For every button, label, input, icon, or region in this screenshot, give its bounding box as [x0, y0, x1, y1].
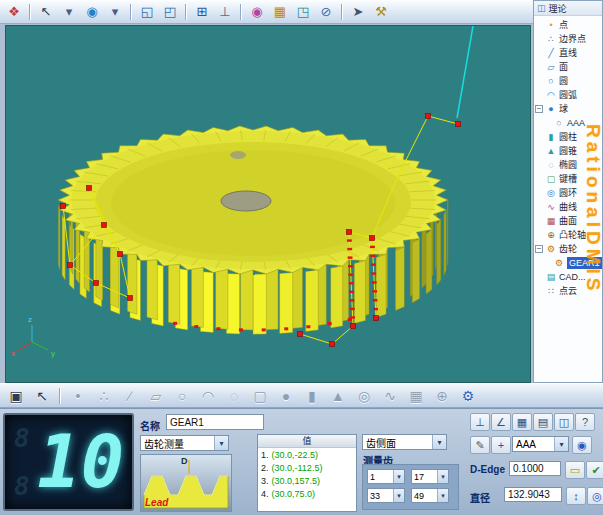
readout-monitor-icon: ▣: [9, 389, 22, 403]
tree-item[interactable]: ▱ 面: [534, 60, 602, 74]
tree-item[interactable]: − ● 球: [534, 102, 602, 116]
viewport-3d[interactable]: xyz: [5, 25, 531, 383]
probe-extra-buttons: ◉: [572, 436, 592, 454]
probe-angle-button[interactable]: ∠: [491, 413, 511, 431]
tree-item[interactable]: ∷ 点云: [534, 284, 602, 298]
tree-expander-icon[interactable]: −: [535, 105, 543, 113]
toolbar-button[interactable]: ◰: [159, 2, 181, 22]
tree-item[interactable]: − ⚙ 齿轮: [534, 242, 602, 256]
feature-toolbar-button[interactable]: ○: [170, 385, 194, 406]
feature-toolbar-button[interactable]: ▮: [300, 385, 324, 406]
table-row[interactable]: 2. (30.0,-112.5): [258, 461, 356, 474]
feature-toolbar-button[interactable]: ▱: [144, 385, 168, 406]
table-row[interactable]: 3. (30.0,157.5): [258, 474, 356, 487]
tree-item[interactable]: ▦ 曲面: [534, 214, 602, 228]
feature-toolbar-button[interactable]: ◌: [222, 385, 246, 406]
feature-toolbar-button[interactable]: ●: [274, 385, 298, 406]
tree-item[interactable]: ⊕ 凸轮轴: [534, 228, 602, 242]
teeth-selection: 1 17 33 49: [362, 464, 459, 510]
tree-item[interactable]: ○ 圆: [534, 74, 602, 88]
probe-tip-button[interactable]: ⊥: [470, 413, 490, 431]
toolbar-button[interactable]: ◳: [292, 2, 314, 22]
tree-item-label: 点云: [559, 285, 577, 297]
tree-item[interactable]: ∴ 边界点: [534, 32, 602, 46]
name-input[interactable]: [166, 414, 264, 430]
table-row[interactable]: 4. (30.0,75.0): [258, 487, 356, 500]
measure-mode-select[interactable]: 齿轮测量: [140, 435, 229, 451]
feature-toolbar-button[interactable]: ∕: [118, 385, 142, 406]
feature-toolbar-button[interactable]: ∴: [92, 385, 116, 406]
ruler-icon[interactable]: ▭: [565, 461, 585, 479]
plane-feature-icon: ▱: [151, 389, 162, 403]
feature-toolbar-button[interactable]: ⚙: [456, 385, 480, 406]
tree-item[interactable]: ∿ 曲线: [534, 200, 602, 214]
cad-view-icon: ◳: [297, 5, 309, 18]
row-value: (30.0,-112.5): [272, 463, 323, 473]
diameter-input[interactable]: [504, 487, 562, 502]
toolbar-button[interactable]: ⊘: [315, 2, 337, 22]
tree-root-item[interactable]: ◫ 理论: [534, 1, 602, 16]
lead-preview: D Lead: [140, 454, 232, 512]
feature-toolbar-button[interactable]: ⊕: [430, 385, 454, 406]
panel-tool-buttons: ⊥ ∠ ▦ ▤ ◫ ?: [470, 413, 595, 431]
row-value: (30.0,157.5): [272, 476, 321, 486]
toolbar-button[interactable]: ⚒: [370, 2, 392, 22]
help-button[interactable]: ?: [575, 413, 595, 431]
feature-toolbar-button[interactable]: ▢: [248, 385, 272, 406]
tree-item[interactable]: • 点: [534, 18, 602, 32]
tooth-index-spinner[interactable]: 1: [367, 469, 405, 484]
row-value: (30.0,-22.5): [272, 450, 319, 460]
window-layout-button[interactable]: ◫: [554, 413, 574, 431]
feature-toolbar-button[interactable]: ◎: [352, 385, 376, 406]
tree-item[interactable]: ⚙ GEAR1: [534, 256, 602, 270]
toolbar-button[interactable]: ⊥: [214, 2, 236, 22]
confirm-icon[interactable]: ✔: [586, 461, 603, 479]
probe-add-icon[interactable]: +: [491, 436, 511, 454]
toolbar-button[interactable]: ➤: [347, 2, 369, 22]
toolbar-button[interactable]: ◱: [136, 2, 158, 22]
tree-item[interactable]: ▢ 键槽: [534, 172, 602, 186]
probe-select[interactable]: AAA: [512, 436, 569, 452]
toolbar-button[interactable]: ▦: [269, 2, 291, 22]
tree-item[interactable]: ◠ 圆弧: [534, 88, 602, 102]
feature-toolbar-button[interactable]: ∿: [378, 385, 402, 406]
table-row[interactable]: 1. (30.0,-22.5): [258, 448, 356, 461]
tree-item[interactable]: ◌ 椭圆: [534, 158, 602, 172]
tree-item[interactable]: ▮ 圆柱: [534, 130, 602, 144]
feature-toolbar-button[interactable]: ◠: [196, 385, 220, 406]
probe-ball-icon[interactable]: ◉: [572, 436, 592, 454]
toolbar-button[interactable]: ▾: [58, 2, 80, 22]
toolbar-button[interactable]: ◉: [246, 2, 268, 22]
tooth-index-spinner[interactable]: 17: [411, 469, 449, 484]
feature-toolbar-button[interactable]: ▣: [4, 385, 28, 406]
toolbar-button[interactable]: ▾: [104, 2, 126, 22]
feature-toolbar-button[interactable]: ▲: [326, 385, 350, 406]
dedge-input[interactable]: [509, 461, 561, 476]
keypad-button[interactable]: ▦: [512, 413, 532, 431]
toolbar-button[interactable]: ◉: [81, 2, 103, 22]
tooth-index-spinner[interactable]: 33: [367, 488, 405, 503]
tree-expander-icon[interactable]: −: [535, 245, 543, 253]
tree-item[interactable]: ▲ 圆锥: [534, 144, 602, 158]
tree-item[interactable]: ▤ CAD...: [534, 270, 602, 284]
app-window: ❖ ↖ ▾ ◉ ▾ ◱ ◰: [0, 0, 603, 515]
probe-edit-icon[interactable]: ✎: [470, 436, 490, 454]
flank-select[interactable]: 齿侧面: [362, 434, 447, 450]
tooth-index-spinner[interactable]: 49: [411, 488, 449, 503]
tree-item[interactable]: ○ AAA: [534, 116, 602, 130]
target-icon[interactable]: ◎: [587, 487, 603, 505]
arc-icon: ◠: [546, 91, 556, 100]
tree-item[interactable]: ◎ 圆环: [534, 186, 602, 200]
counter-display: 8 8 10: [3, 413, 134, 511]
updown-icon[interactable]: ↕: [566, 487, 586, 505]
value-column-header[interactable]: 值: [258, 435, 356, 448]
toolbar-button[interactable]: ↖: [35, 2, 57, 22]
toolbar-button[interactable]: ❖: [3, 2, 25, 22]
toolbar-button[interactable]: ⊞: [191, 2, 213, 22]
feature-toolbar-button[interactable]: •: [66, 385, 90, 406]
report-button[interactable]: ▤: [533, 413, 553, 431]
feature-toolbar-button[interactable]: ▦: [404, 385, 428, 406]
tree-item[interactable]: ╱ 直线: [534, 46, 602, 60]
feature-toolbar-button[interactable]: ↖: [30, 385, 54, 406]
tree-item-label: 圆环: [559, 187, 577, 199]
